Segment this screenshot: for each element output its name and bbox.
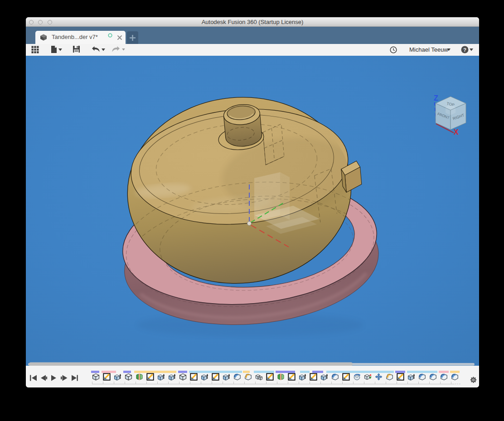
- svg-text:X: X: [454, 128, 459, 136]
- svg-text:?: ?: [463, 47, 466, 53]
- svg-text:Z: Z: [434, 94, 438, 102]
